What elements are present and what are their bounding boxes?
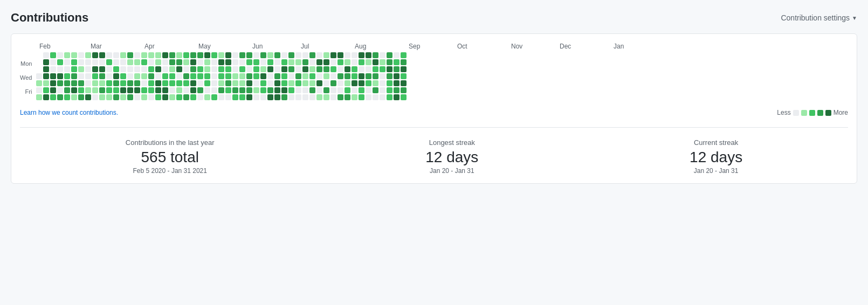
- day-cell[interactable]: [302, 80, 308, 86]
- day-cell[interactable]: [345, 80, 350, 86]
- day-cell[interactable]: [260, 87, 266, 93]
- day-cell[interactable]: [218, 52, 224, 58]
- day-cell[interactable]: [155, 80, 161, 86]
- day-cell[interactable]: [113, 80, 119, 86]
- day-cell[interactable]: [232, 80, 238, 86]
- day-cell[interactable]: [92, 73, 98, 79]
- day-cell[interactable]: [225, 87, 231, 93]
- day-cell[interactable]: [190, 94, 196, 100]
- day-cell[interactable]: [281, 59, 287, 65]
- day-cell[interactable]: [169, 59, 175, 65]
- day-cell[interactable]: [239, 94, 245, 100]
- day-cell[interactable]: [176, 80, 182, 86]
- day-cell[interactable]: [309, 52, 315, 58]
- day-cell[interactable]: [246, 59, 252, 65]
- day-cell[interactable]: [169, 73, 175, 79]
- day-cell[interactable]: [211, 73, 217, 79]
- day-cell[interactable]: [211, 66, 217, 72]
- day-cell[interactable]: [330, 66, 336, 72]
- day-cell[interactable]: [197, 66, 203, 72]
- day-cell[interactable]: [64, 66, 70, 72]
- day-cell[interactable]: [267, 94, 273, 100]
- day-cell[interactable]: [359, 52, 364, 58]
- day-cell[interactable]: [387, 87, 392, 93]
- day-cell[interactable]: [302, 94, 308, 100]
- day-cell[interactable]: [85, 52, 91, 58]
- day-cell[interactable]: [232, 52, 238, 58]
- day-cell[interactable]: [316, 94, 322, 100]
- day-cell[interactable]: [106, 80, 112, 86]
- day-cell[interactable]: [253, 59, 259, 65]
- day-cell[interactable]: [239, 80, 245, 86]
- day-cell[interactable]: [337, 66, 343, 72]
- learn-link[interactable]: Learn how we count contributions.: [20, 109, 118, 116]
- day-cell[interactable]: [71, 87, 77, 93]
- day-cell[interactable]: [281, 80, 287, 86]
- day-cell[interactable]: [134, 59, 140, 65]
- day-cell[interactable]: [373, 94, 378, 100]
- day-cell[interactable]: [183, 80, 189, 86]
- day-cell[interactable]: [218, 73, 224, 79]
- day-cell[interactable]: [106, 87, 112, 93]
- day-cell[interactable]: [57, 66, 63, 72]
- day-cell[interactable]: [239, 73, 245, 79]
- day-cell[interactable]: [176, 94, 182, 100]
- day-cell[interactable]: [43, 80, 49, 86]
- day-cell[interactable]: [359, 73, 364, 79]
- day-cell[interactable]: [288, 52, 294, 58]
- day-cell[interactable]: [232, 66, 238, 72]
- day-cell[interactable]: [380, 80, 385, 86]
- day-cell[interactable]: [148, 87, 154, 93]
- day-cell[interactable]: [43, 94, 49, 100]
- day-cell[interactable]: [64, 73, 70, 79]
- day-cell[interactable]: [337, 73, 343, 79]
- day-cell[interactable]: [330, 52, 336, 58]
- day-cell[interactable]: [169, 52, 175, 58]
- day-cell[interactable]: [148, 94, 154, 100]
- day-cell[interactable]: [288, 94, 294, 100]
- day-cell[interactable]: [141, 73, 147, 79]
- day-cell[interactable]: [380, 73, 385, 79]
- day-cell[interactable]: [155, 52, 161, 58]
- day-cell[interactable]: [373, 59, 378, 65]
- day-cell[interactable]: [113, 59, 119, 65]
- day-cell[interactable]: [64, 94, 70, 100]
- day-cell[interactable]: [218, 80, 224, 86]
- day-cell[interactable]: [92, 52, 98, 58]
- day-cell[interactable]: [183, 52, 189, 58]
- day-cell[interactable]: [134, 80, 140, 86]
- day-cell[interactable]: [92, 87, 98, 93]
- day-cell[interactable]: [401, 59, 407, 65]
- day-cell[interactable]: [162, 59, 168, 65]
- day-cell[interactable]: [253, 66, 259, 72]
- day-cell[interactable]: [64, 59, 70, 65]
- day-cell[interactable]: [43, 87, 49, 93]
- day-cell[interactable]: [274, 80, 280, 86]
- day-cell[interactable]: [239, 52, 245, 58]
- day-cell[interactable]: [190, 59, 196, 65]
- day-cell[interactable]: [288, 73, 294, 79]
- day-cell[interactable]: [134, 73, 140, 79]
- day-cell[interactable]: [204, 80, 210, 86]
- day-cell[interactable]: [232, 94, 238, 100]
- day-cell[interactable]: [352, 66, 357, 72]
- day-cell[interactable]: [316, 80, 322, 86]
- day-cell[interactable]: [281, 52, 287, 58]
- day-cell[interactable]: [155, 87, 161, 93]
- day-cell[interactable]: [316, 87, 322, 93]
- day-cell[interactable]: [267, 66, 273, 72]
- day-cell[interactable]: [78, 59, 84, 65]
- day-cell[interactable]: [359, 94, 364, 100]
- day-cell[interactable]: [99, 73, 105, 79]
- day-cell[interactable]: [204, 52, 210, 58]
- day-cell[interactable]: [387, 80, 392, 86]
- day-cell[interactable]: [127, 66, 133, 72]
- day-cell[interactable]: [176, 59, 182, 65]
- day-cell[interactable]: [394, 52, 399, 58]
- day-cell[interactable]: [323, 80, 329, 86]
- day-cell[interactable]: [162, 80, 168, 86]
- day-cell[interactable]: [323, 73, 329, 79]
- day-cell[interactable]: [120, 73, 126, 79]
- day-cell[interactable]: [127, 94, 133, 100]
- day-cell[interactable]: [113, 52, 119, 58]
